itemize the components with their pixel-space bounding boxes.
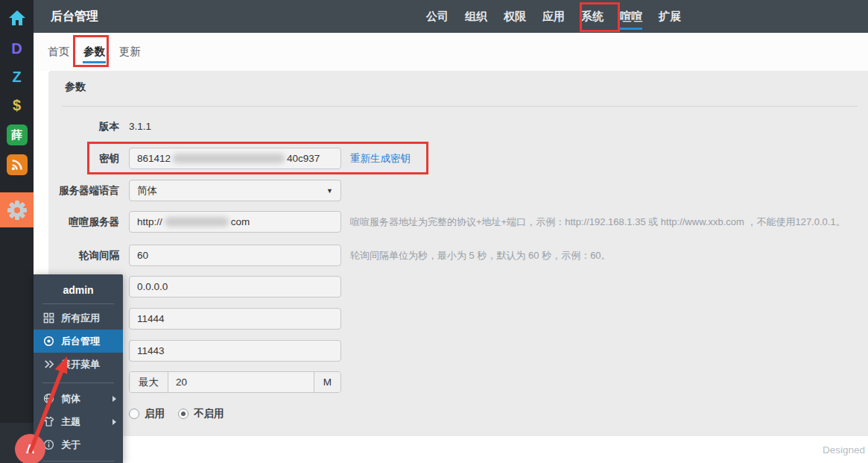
sidebar-item-xue-app[interactable]: 薛: [0, 124, 34, 146]
row-ip: [48, 276, 862, 297]
version-value: 3.1.1: [129, 121, 151, 132]
row-port-2: [48, 340, 862, 362]
row-secret-key: 密钥 861412 40c937 重新生成密钥: [48, 148, 862, 169]
row-enable-toggle: 启用 不启用: [48, 403, 862, 424]
page-title: 后台管理: [51, 0, 98, 33]
max-size-prefix-addon: 最大: [130, 372, 168, 392]
menu-item-backend-admin[interactable]: 后台管理: [34, 330, 123, 353]
menu-item-label: 主题: [61, 415, 80, 429]
panel-heading: 参数: [65, 81, 86, 94]
row-poll-interval: 轮询间隔 轮询间隔单位为秒，最小为 5 秒，默认为 60 秒，示例：60。: [48, 245, 862, 266]
secret-key-suffix: 40c937: [287, 153, 320, 164]
user-menu-username: admin: [34, 274, 123, 303]
xuanxuan-server-help: 喧喧服务器地址为完整的协议+地址+端口，示例：http://192.168.1.…: [350, 215, 846, 229]
active-tab-underline: [83, 61, 106, 63]
row-xuanxuan-server: 喧喧服务器 http:// com 喧喧服务器地址为完整的协议+地址+端口，示例…: [48, 211, 862, 233]
radio-disable[interactable]: 不启用: [178, 407, 224, 421]
active-nav-underline: [620, 28, 642, 30]
server-language-label: 服务器端语言: [48, 184, 119, 198]
max-size-input[interactable]: 20: [168, 372, 314, 392]
sidebar-item-z-app[interactable]: Z: [0, 66, 34, 88]
tabbar: 首页 参数 更新: [34, 33, 868, 71]
poll-interval-input[interactable]: [129, 245, 341, 266]
admin-bullseye-icon: [43, 336, 54, 347]
port1-input[interactable]: [129, 308, 341, 330]
globe-icon: [43, 393, 54, 404]
radio-disable-label: 不启用: [194, 407, 224, 421]
radio-enable[interactable]: 启用: [129, 407, 165, 421]
server-language-select[interactable]: 简体 ▼: [129, 180, 341, 201]
xue-app-icon: 薛: [7, 125, 28, 145]
panel-divider: [62, 106, 858, 107]
expand-chevrons-icon: [43, 359, 54, 370]
tab-home[interactable]: 首页: [47, 33, 70, 71]
rss-icon: [7, 154, 28, 175]
parameters-panel: 参数 版本 3.1.1 密钥 861412 40c937 重新生成密钥 服务器端…: [48, 71, 868, 436]
menu-item-about[interactable]: 关于: [34, 433, 123, 456]
server-url-redaction: [165, 217, 229, 227]
row-port-1: [48, 308, 862, 330]
secret-key-redaction: [173, 154, 285, 163]
chevron-down-icon: ▼: [326, 187, 333, 195]
menu-item-language[interactable]: 简体: [34, 387, 123, 410]
top-navigation: 公司 组织 权限 应用 系统 喧喧 扩展: [426, 0, 681, 33]
radio-disable-icon: [178, 409, 189, 419]
ip-input[interactable]: [129, 276, 341, 297]
nav-item-privilege[interactable]: 权限: [504, 0, 526, 33]
dollar-app-icon: $: [13, 97, 21, 114]
nav-item-company[interactable]: 公司: [426, 0, 449, 33]
user-menu: admin 所有应用 后台管理: [34, 274, 123, 463]
radio-enable-icon: [129, 409, 139, 419]
submenu-caret-icon: [113, 396, 116, 402]
menu-item-label: 简体: [61, 392, 80, 406]
sidebar-item-d-app[interactable]: D: [0, 37, 34, 60]
user-avatar[interactable]: A: [15, 434, 45, 463]
max-size-input-group: 最大 20 M: [129, 371, 341, 393]
nav-item-application[interactable]: 应用: [542, 0, 565, 33]
nav-item-organization[interactable]: 组织: [465, 0, 487, 33]
tab-parameters-label: 参数: [83, 45, 105, 59]
poll-interval-label: 轮询间隔: [48, 249, 119, 262]
menu-divider: [42, 461, 114, 462]
port2-input[interactable]: [129, 340, 341, 362]
theme-shirt-icon: [43, 416, 54, 427]
tab-update[interactable]: 更新: [118, 33, 142, 71]
poll-interval-help: 轮询间隔单位为秒，最小为 5 秒，默认为 60 秒，示例：60。: [350, 249, 611, 262]
menu-item-all-apps[interactable]: 所有应用: [34, 306, 123, 330]
nav-item-xuanxuan[interactable]: 喧喧: [620, 0, 642, 33]
menu-item-theme[interactable]: 主题: [34, 410, 123, 433]
secret-key-input[interactable]: 861412 40c937: [129, 148, 341, 169]
row-max-size: 最大 20 M: [48, 371, 862, 393]
xuanxuan-server-input[interactable]: http:// com: [129, 211, 341, 233]
menu-item-label: 后台管理: [61, 335, 100, 348]
submenu-caret-icon: [113, 419, 116, 425]
menu-item-expand-menu[interactable]: 展开菜单: [34, 353, 123, 376]
designed-credit: Designed: [823, 444, 865, 456]
footer: Designed: [34, 436, 868, 463]
regenerate-key-link[interactable]: 重新生成密钥: [350, 152, 411, 166]
nav-item-extension[interactable]: 扩展: [659, 0, 681, 33]
sidebar-item-home[interactable]: [0, 6, 34, 30]
tab-parameters[interactable]: 参数: [83, 33, 106, 71]
sidebar-item-admin-settings[interactable]: [0, 192, 34, 227]
nav-item-system[interactable]: 系统: [581, 0, 604, 33]
version-label: 版本: [48, 120, 119, 133]
row-server-language: 服务器端语言 简体 ▼: [48, 180, 862, 201]
secret-key-prefix: 861412: [137, 153, 171, 164]
server-url-suffix: com: [231, 216, 250, 227]
app-sidebar: D Z $ 薛: [0, 0, 34, 463]
menu-item-label: 展开菜单: [61, 358, 100, 371]
gear-icon: [7, 200, 28, 221]
secret-key-label: 密钥: [48, 152, 119, 166]
z-app-icon: Z: [12, 69, 21, 86]
sidebar-item-rss-app[interactable]: [0, 154, 34, 176]
menu-divider: [42, 382, 114, 383]
max-size-unit-addon: M: [314, 372, 340, 392]
server-language-value: 简体: [137, 184, 157, 198]
row-version: 版本 3.1.1: [48, 116, 862, 137]
menu-item-label: 关于: [61, 438, 80, 452]
home-icon: [8, 10, 26, 26]
apps-grid-icon: [43, 312, 54, 324]
sidebar-item-dollar-app[interactable]: $: [0, 94, 34, 116]
xuanxuan-server-label: 喧喧服务器: [48, 215, 119, 229]
